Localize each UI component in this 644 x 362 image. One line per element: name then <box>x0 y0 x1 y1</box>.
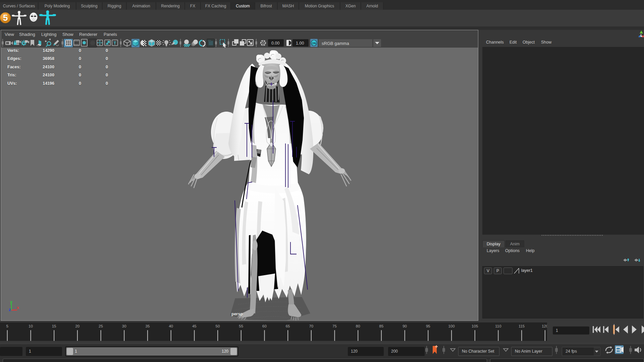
svg-text:55: 55 <box>239 324 243 328</box>
svg-text:y: y <box>10 299 13 304</box>
svg-text:0.00: 0.00 <box>271 41 279 46</box>
svg-text:100: 100 <box>448 324 454 328</box>
svg-text:35: 35 <box>146 324 150 328</box>
svg-text:75: 75 <box>332 324 337 328</box>
svg-text:60: 60 <box>262 324 267 328</box>
svg-text:65: 65 <box>286 324 290 328</box>
svg-text:20: 20 <box>75 324 79 328</box>
svg-text:120: 120 <box>542 324 547 328</box>
svg-text:T: T <box>114 41 116 46</box>
svg-text:90: 90 <box>402 324 407 328</box>
svg-text:z: z <box>9 307 11 312</box>
svg-text:ON: ON <box>312 42 316 45</box>
svg-text:110: 110 <box>495 324 501 328</box>
svg-text:10: 10 <box>29 324 33 328</box>
svg-text:x: x <box>17 305 19 310</box>
svg-text:40: 40 <box>169 324 173 328</box>
svg-text:15: 15 <box>52 324 56 328</box>
svg-text:115: 115 <box>519 324 525 328</box>
svg-text:30: 30 <box>122 324 126 328</box>
svg-text:25: 25 <box>99 324 103 328</box>
svg-text:45: 45 <box>192 324 197 328</box>
svg-text:105: 105 <box>472 324 478 328</box>
svg-text:85: 85 <box>379 324 384 328</box>
svg-text:5: 5 <box>3 13 8 23</box>
svg-text:80: 80 <box>356 324 360 328</box>
svg-text:1.00: 1.00 <box>296 41 304 46</box>
svg-text:50: 50 <box>216 324 220 328</box>
svg-text:sRGB gamma: sRGB gamma <box>322 41 349 46</box>
svg-text:5: 5 <box>6 324 8 328</box>
svg-text:70: 70 <box>309 324 313 328</box>
svg-text:95: 95 <box>426 324 430 328</box>
